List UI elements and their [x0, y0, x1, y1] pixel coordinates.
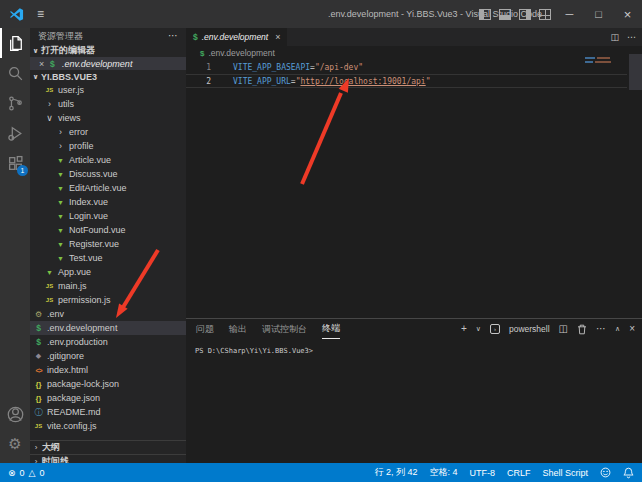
tree-item-Register.vue[interactable]: ▼Register.vue: [30, 237, 186, 251]
editor-more-actions-icon[interactable]: ⋯: [627, 32, 636, 42]
url-link[interactable]: http://localhost:19001/api: [300, 77, 425, 86]
customize-layout-icon[interactable]: [539, 9, 551, 20]
sidebar-more-actions-icon[interactable]: ⋯: [168, 28, 178, 44]
new-terminal-icon[interactable]: +: [461, 324, 467, 334]
split-terminal-icon[interactable]: ◫: [559, 324, 568, 334]
close-panel-icon[interactable]: ×: [629, 324, 635, 334]
breadcrumb-label: .env.development: [208, 48, 274, 58]
tree-item-.env.development[interactable]: $.env.development: [30, 321, 186, 335]
project-section[interactable]: ∨ YI.BBS.VUE3: [30, 70, 186, 83]
warnings-icon[interactable]: △: [29, 468, 36, 478]
settings-gear-icon[interactable]: ⚙: [0, 429, 30, 459]
tree-item-vite.config.js[interactable]: JSvite.config.js: [30, 419, 186, 433]
chevron-right-icon: ›: [30, 443, 42, 452]
minimap[interactable]: [585, 57, 623, 65]
search-icon[interactable]: [0, 58, 30, 88]
tree-item-.gitignore[interactable]: ◆.gitignore: [30, 349, 186, 363]
tree-item-error[interactable]: ›error: [30, 125, 186, 139]
panel-tab-output[interactable]: 输出: [229, 319, 247, 339]
status-language-mode[interactable]: Shell Script: [542, 468, 588, 478]
account-icon[interactable]: [0, 399, 30, 429]
status-indentation[interactable]: 空格: 4: [429, 466, 457, 479]
tree-item-Article.vue[interactable]: ▼Article.vue: [30, 153, 186, 167]
info-icon: ⓘ: [33, 407, 44, 418]
open-editors-section[interactable]: ∨ 打开的编辑器: [30, 44, 186, 57]
close-tab-icon[interactable]: ×: [275, 32, 280, 42]
shell-icon: $: [33, 323, 44, 333]
editor-scrollbar[interactable]: [629, 54, 642, 90]
tree-item-user.js[interactable]: JSuser.js: [30, 83, 186, 97]
maximize-button[interactable]: □: [584, 0, 613, 28]
chevron-down-icon: ∨: [30, 47, 41, 55]
run-debug-icon[interactable]: [0, 118, 30, 148]
tab-env-development[interactable]: $ .env.development ×: [186, 28, 287, 46]
code-line-2[interactable]: 2VITE_APP_URL="http://localhost:19001/ap…: [186, 74, 627, 88]
open-editor-label: .env.development: [62, 59, 132, 69]
file-name: user.js: [58, 85, 84, 95]
errors-count[interactable]: 0: [20, 468, 25, 478]
breadcrumb[interactable]: $ .env.development: [186, 46, 642, 60]
tree-item-profile[interactable]: ›profile: [30, 139, 186, 153]
terminal-dropdown-icon[interactable]: ∨: [476, 325, 481, 333]
close-button[interactable]: ×: [613, 0, 642, 28]
toggle-panel-icon[interactable]: [499, 9, 511, 20]
tree-item-permission.js[interactable]: JSpermission.js: [30, 293, 186, 307]
tree-item-index.html[interactable]: <>index.html: [30, 363, 186, 377]
outline-section[interactable]: › 大纲: [30, 440, 186, 454]
bottom-panel: 问题输出调试控制台终端 + ∨ › powershell ◫ ⋯ ∧ × PS …: [186, 318, 642, 463]
explorer-icon[interactable]: [0, 28, 30, 58]
shell-file-icon: $: [50, 59, 60, 69]
errors-icon[interactable]: ⊗: [8, 468, 16, 478]
tree-item-EditArticle.vue[interactable]: ▼EditArticle.vue: [30, 181, 186, 195]
tree-item-README.md[interactable]: ⓘREADME.md: [30, 405, 186, 419]
tree-item-Test.vue[interactable]: ▼Test.vue: [30, 251, 186, 265]
status-encoding[interactable]: UTF-8: [469, 468, 495, 478]
close-editor-icon[interactable]: ×: [39, 59, 50, 69]
tree-item-package.json[interactable]: {}package.json: [30, 391, 186, 405]
file-name: package.json: [47, 393, 100, 403]
tree-item-Discuss.vue[interactable]: ▼Discuss.vue: [30, 167, 186, 181]
notifications-bell-icon[interactable]: [623, 467, 634, 479]
tree-item-App.vue[interactable]: ▼App.vue: [30, 265, 186, 279]
menu-icon[interactable]: ≡: [37, 7, 44, 21]
split-editor-icon[interactable]: ◫: [610, 32, 619, 42]
file-name: Login.vue: [69, 211, 108, 221]
terminal-profile-icon[interactable]: ›: [490, 324, 500, 334]
line-number: 2: [186, 77, 226, 86]
terminal-output[interactable]: PS D:\CSharp\Yi\Yi.BBS.Vue3>: [186, 339, 642, 355]
tree-item-Login.vue[interactable]: ▼Login.vue: [30, 209, 186, 223]
tree-item-main.js[interactable]: JSmain.js: [30, 279, 186, 293]
maximize-panel-icon[interactable]: ∧: [615, 325, 620, 333]
source-control-icon[interactable]: [0, 88, 30, 118]
feedback-icon[interactable]: [600, 467, 611, 478]
tree-item-NotFound.vue[interactable]: ▼NotFound.vue: [30, 223, 186, 237]
minimize-button[interactable]: ─: [555, 0, 584, 28]
chevron-right-icon: ›: [55, 141, 66, 151]
extensions-icon[interactable]: 1: [0, 148, 30, 178]
shell-name-label[interactable]: powershell: [509, 324, 550, 334]
panel-tab-problems[interactable]: 问题: [196, 319, 214, 339]
tree-item-Index.vue[interactable]: ▼Index.vue: [30, 195, 186, 209]
toggle-sidebar-icon[interactable]: [479, 9, 491, 20]
code-editor[interactable]: 1VITE_APP_BASEAPI="/api-dev"2VITE_APP_UR…: [186, 60, 627, 88]
panel-more-actions-icon[interactable]: ⋯: [596, 324, 606, 334]
tree-item-.env[interactable]: ⚙.env: [30, 307, 186, 321]
open-editor-item[interactable]: × $ .env.development: [30, 57, 186, 70]
chevron-right-icon: ›: [44, 99, 55, 109]
kill-terminal-icon[interactable]: [577, 324, 587, 335]
tree-item-.env.production[interactable]: $.env.production: [30, 335, 186, 349]
warnings-count[interactable]: 0: [39, 468, 44, 478]
open-editors-label: 打开的编辑器: [41, 44, 95, 57]
panel-tab-debug-console[interactable]: 调试控制台: [262, 319, 307, 339]
code-line-1[interactable]: 1VITE_APP_BASEAPI="/api-dev": [186, 60, 627, 74]
status-cursor-position[interactable]: 行 2, 列 42: [374, 466, 417, 479]
tree-item-package-lock.json[interactable]: {}package-lock.json: [30, 377, 186, 391]
window-controls: ─ □ ×: [475, 0, 642, 28]
panel-actions: + ∨ › powershell ◫ ⋯ ∧ ×: [461, 319, 635, 339]
tree-item-utils[interactable]: ›utils: [30, 97, 186, 111]
toggle-secondary-sidebar-icon[interactable]: [519, 9, 531, 20]
vue-icon: ▼: [55, 241, 66, 248]
tree-item-views[interactable]: ∨views: [30, 111, 186, 125]
status-eol[interactable]: CRLF: [507, 468, 531, 478]
panel-tab-terminal[interactable]: 终端: [322, 319, 340, 339]
